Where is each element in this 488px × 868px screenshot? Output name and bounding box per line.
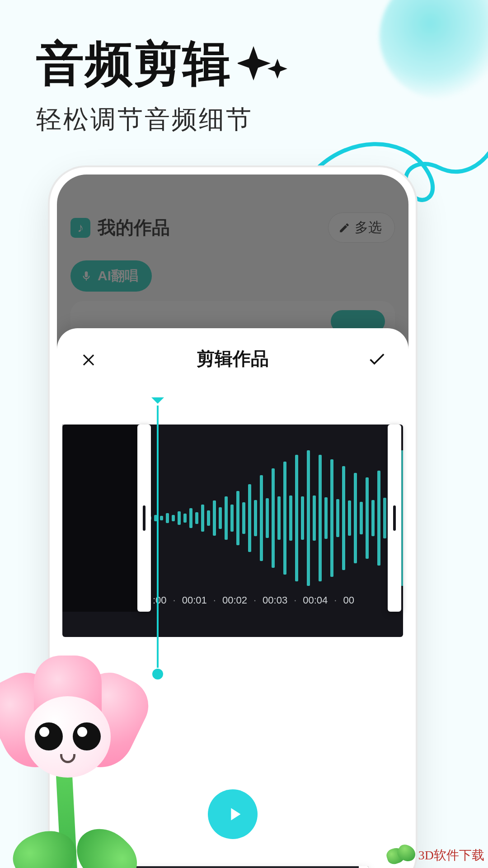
phone-screen: 我的作品 多选 AI翻唱 — [57, 175, 408, 868]
music-note-icon — [70, 218, 90, 238]
tick-label: :00 — [153, 594, 167, 606]
trim-handle-right[interactable] — [388, 425, 401, 612]
trim-overlay — [62, 425, 137, 612]
tick-dot: · — [211, 594, 219, 606]
waveform — [148, 425, 390, 612]
sheet-header: 剪辑作品 — [57, 328, 408, 384]
trim-handle-left[interactable] — [137, 425, 151, 612]
edit-icon — [338, 222, 350, 234]
bg-chip-row: AI翻唱 — [70, 260, 152, 292]
sheet-title: 剪辑作品 — [197, 346, 269, 371]
edit-sheet: 剪辑作品 :00·00:01·00:02·00:03·00:04·00 — [57, 328, 408, 868]
playhead[interactable] — [157, 406, 159, 668]
overview-strip[interactable] — [97, 866, 369, 868]
tick-label: 00:03 — [263, 594, 287, 606]
tick-dot: · — [251, 594, 259, 606]
play-icon — [224, 804, 245, 825]
bg-header: 我的作品 多选 — [70, 212, 395, 243]
tick-label: 00:01 — [182, 594, 207, 606]
phone-frame: 我的作品 多选 AI翻唱 — [50, 167, 416, 868]
watermark: 3D软件下载 — [387, 845, 484, 865]
mic-icon — [80, 270, 92, 282]
overview-handle-left[interactable] — [97, 866, 107, 868]
tick-label: 00 — [343, 594, 354, 606]
sparkle-icon — [238, 42, 287, 87]
close-button[interactable] — [77, 347, 100, 371]
ai-cover-chip[interactable]: AI翻唱 — [70, 260, 152, 292]
hero-subtitle: 轻松调节音频细节 — [36, 103, 461, 137]
tick-dot: · — [291, 594, 299, 606]
tick-label: 00:02 — [222, 594, 247, 606]
hero-title: 音频剪辑 — [36, 32, 231, 96]
close-icon — [80, 350, 97, 368]
multi-select-button[interactable]: 多选 — [328, 212, 395, 243]
page-title: 音频剪辑 — [36, 32, 461, 96]
confirm-button[interactable] — [365, 347, 389, 371]
tick-dot: · — [170, 594, 178, 606]
bg-title: 我的作品 — [70, 215, 170, 240]
waveform-editor[interactable]: :00·00:01·00:02·00:03·00:04·00 — [62, 406, 403, 660]
multi-select-label: 多选 — [355, 218, 382, 237]
tick-dot: · — [331, 594, 339, 606]
watermark-text: 3D软件下载 — [418, 847, 484, 864]
leaf-icon — [387, 845, 416, 865]
play-button[interactable] — [208, 789, 258, 839]
hero: 音频剪辑 轻松调节音频细节 — [36, 32, 461, 137]
tick-label: 00:04 — [303, 594, 328, 606]
overview-handle-right[interactable] — [359, 866, 369, 868]
bg-title-text: 我的作品 — [98, 215, 170, 240]
check-icon — [367, 349, 387, 369]
ai-cover-label: AI翻唱 — [98, 267, 138, 285]
